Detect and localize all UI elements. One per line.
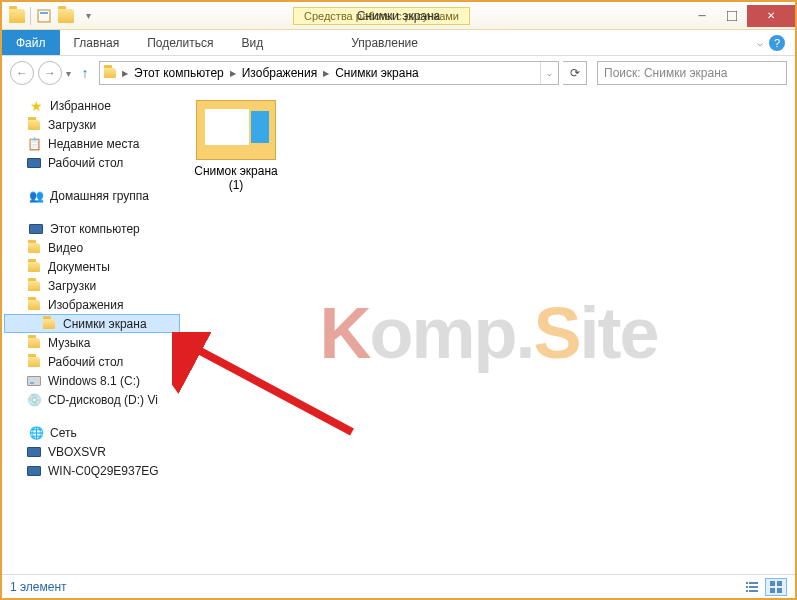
forward-button[interactable]: → bbox=[38, 61, 62, 85]
nav-downloads[interactable]: Загрузки bbox=[4, 115, 180, 134]
folder-icon bbox=[26, 240, 42, 256]
svg-rect-6 bbox=[746, 586, 748, 588]
explorer-window: ▾ Снимки экрана Средства работы с рисунк… bbox=[0, 0, 797, 600]
desktop-icon bbox=[26, 155, 42, 171]
nav-drive-d[interactable]: 💿CD-дисковод (D:) Vi bbox=[4, 390, 180, 409]
downloads-icon bbox=[26, 117, 42, 133]
nav-homegroup-group: 👥Домашняя группа bbox=[4, 186, 180, 205]
nav-downloads2[interactable]: Загрузки bbox=[4, 276, 180, 295]
svg-rect-4 bbox=[746, 582, 748, 584]
navigation-bar: ← → ▾ ↑ ▶ Этот компьютер ▶ Изображения ▶… bbox=[2, 56, 795, 90]
view-buttons bbox=[741, 578, 787, 596]
file-tab[interactable]: Файл bbox=[2, 30, 60, 55]
minimize-button[interactable]: ─ bbox=[687, 5, 717, 27]
nav-images[interactable]: Изображения bbox=[4, 295, 180, 314]
folder-icon bbox=[26, 278, 42, 294]
history-dropdown-icon[interactable]: ▾ bbox=[66, 68, 71, 79]
nav-screenshots[interactable]: Снимки экрана bbox=[4, 314, 180, 333]
svg-rect-11 bbox=[777, 581, 782, 586]
tab-home[interactable]: Главная bbox=[60, 30, 134, 55]
chevron-right-icon[interactable]: ▶ bbox=[120, 69, 130, 78]
ribbon: Файл Главная Поделиться Вид Управление ⌵… bbox=[2, 30, 795, 56]
ribbon-context-header: Средства работы с рисунками bbox=[293, 7, 470, 25]
help-icon[interactable]: ? bbox=[769, 35, 785, 51]
file-name: Снимок экрана(1) bbox=[188, 164, 284, 193]
address-bar[interactable]: ▶ Этот компьютер ▶ Изображения ▶ Снимки … bbox=[99, 61, 559, 85]
status-bar: 1 элемент bbox=[2, 574, 795, 598]
recent-icon: 📋 bbox=[26, 136, 42, 152]
nav-desktop2[interactable]: Рабочий стол bbox=[4, 352, 180, 371]
drive-icon bbox=[26, 373, 42, 389]
crumb-images[interactable]: Изображения bbox=[238, 66, 321, 80]
cd-icon: 💿 bbox=[26, 392, 42, 408]
up-button[interactable]: ↑ bbox=[75, 63, 95, 83]
svg-rect-5 bbox=[749, 582, 758, 584]
separator bbox=[30, 7, 31, 25]
content-pane[interactable]: Снимок экрана(1) Komp.Site bbox=[182, 90, 795, 575]
nav-recent[interactable]: 📋Недавние места bbox=[4, 134, 180, 153]
star-icon: ★ bbox=[28, 98, 44, 114]
nav-video[interactable]: Видео bbox=[4, 238, 180, 257]
file-item[interactable]: Снимок экрана(1) bbox=[188, 100, 284, 193]
qat-newfolder-icon[interactable] bbox=[57, 7, 75, 25]
svg-rect-7 bbox=[749, 586, 758, 588]
svg-rect-0 bbox=[38, 10, 50, 22]
pc-icon bbox=[26, 444, 42, 460]
tab-manage[interactable]: Управление bbox=[337, 30, 432, 55]
homegroup-icon: 👥 bbox=[28, 188, 44, 204]
nav-computer-group: Этот компьютер Видео Документы Загрузки … bbox=[4, 219, 180, 409]
body: ★Избранное Загрузки 📋Недавние места Рабо… bbox=[2, 90, 795, 575]
nav-drive-c[interactable]: Windows 8.1 (C:) bbox=[4, 371, 180, 390]
folder-icon bbox=[26, 354, 42, 370]
search-input[interactable]: Поиск: Снимки экрана bbox=[597, 61, 787, 85]
view-icons-button[interactable] bbox=[765, 578, 787, 596]
thumbnail-icon bbox=[196, 100, 276, 160]
address-dropdown-icon[interactable]: ⌵ bbox=[540, 62, 558, 84]
svg-rect-1 bbox=[40, 12, 48, 14]
nav-computer[interactable]: Этот компьютер bbox=[4, 219, 180, 238]
titlebar: ▾ Снимки экрана Средства работы с рисунк… bbox=[2, 2, 795, 30]
nav-homegroup[interactable]: 👥Домашняя группа bbox=[4, 186, 180, 205]
system-menu-icon[interactable] bbox=[8, 7, 26, 25]
nav-desktop[interactable]: Рабочий стол bbox=[4, 153, 180, 172]
qat-dropdown-icon[interactable]: ▾ bbox=[79, 7, 97, 25]
location-icon bbox=[100, 68, 120, 78]
crumb-screenshots[interactable]: Снимки экрана bbox=[331, 66, 423, 80]
pc-icon bbox=[26, 463, 42, 479]
nav-net-vboxsvr[interactable]: VBOXSVR bbox=[4, 442, 180, 461]
svg-rect-2 bbox=[727, 11, 737, 21]
folder-icon bbox=[26, 297, 42, 313]
nav-documents[interactable]: Документы bbox=[4, 257, 180, 276]
nav-favorites[interactable]: ★Избранное bbox=[4, 96, 180, 115]
view-details-button[interactable] bbox=[741, 578, 763, 596]
nav-music[interactable]: Музыка bbox=[4, 333, 180, 352]
folder-icon bbox=[26, 259, 42, 275]
refresh-button[interactable]: ⟳ bbox=[563, 61, 587, 85]
item-count: 1 элемент bbox=[10, 580, 67, 594]
crumb-computer[interactable]: Этот компьютер bbox=[130, 66, 228, 80]
watermark: Komp.Site bbox=[319, 292, 657, 374]
network-icon: 🌐 bbox=[28, 425, 44, 441]
svg-rect-8 bbox=[746, 590, 748, 592]
chevron-right-icon[interactable]: ▶ bbox=[228, 69, 238, 78]
maximize-button[interactable] bbox=[717, 5, 747, 27]
folder-icon bbox=[41, 316, 57, 332]
tab-view[interactable]: Вид bbox=[227, 30, 277, 55]
svg-rect-12 bbox=[770, 588, 775, 593]
qat-properties-icon[interactable] bbox=[35, 7, 53, 25]
nav-network-group: 🌐Сеть VBOXSVR WIN-C0Q29E937EG bbox=[4, 423, 180, 480]
ribbon-expand-icon[interactable]: ⌵ bbox=[757, 37, 763, 48]
window-controls: ─ ✕ bbox=[687, 5, 795, 27]
svg-rect-13 bbox=[777, 588, 782, 593]
chevron-right-icon[interactable]: ▶ bbox=[321, 69, 331, 78]
quick-access-toolbar: ▾ bbox=[2, 7, 103, 25]
tab-share[interactable]: Поделиться bbox=[133, 30, 227, 55]
folder-icon bbox=[26, 335, 42, 351]
nav-favorites-group: ★Избранное Загрузки 📋Недавние места Рабо… bbox=[4, 96, 180, 172]
navigation-pane: ★Избранное Загрузки 📋Недавние места Рабо… bbox=[2, 90, 182, 575]
nav-net-win[interactable]: WIN-C0Q29E937EG bbox=[4, 461, 180, 480]
close-button[interactable]: ✕ bbox=[747, 5, 795, 27]
svg-rect-9 bbox=[749, 590, 758, 592]
nav-network[interactable]: 🌐Сеть bbox=[4, 423, 180, 442]
back-button[interactable]: ← bbox=[10, 61, 34, 85]
